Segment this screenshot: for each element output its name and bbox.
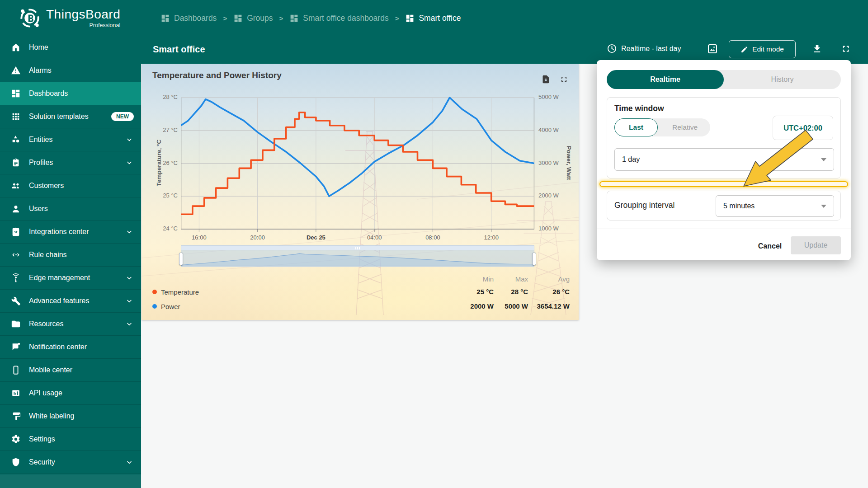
grouping-section: Grouping interval 5 minutes: [607, 191, 841, 221]
breadcrumb-separator: >: [223, 14, 227, 22]
grouping-label: Grouping interval: [614, 201, 675, 210]
y-axis-tick-right: 5000 W: [538, 94, 559, 100]
widget-title: Temperature and Power History: [152, 70, 282, 80]
select-arrow-icon: [821, 158, 826, 161]
legend-power-avg: 3654.12 W: [520, 302, 570, 310]
sidebar-item-label: Advanced features: [29, 297, 125, 305]
widget-fullscreen-icon[interactable]: [560, 75, 568, 84]
chevron-down-icon: [125, 158, 134, 167]
sidebar-item-advanced-features[interactable]: Advanced features: [0, 290, 141, 313]
slider-grip-icon: [355, 247, 360, 249]
x-axis-tick: 08:00: [425, 234, 440, 241]
annotation-highlight-bar: [599, 181, 848, 187]
sidebar-item-dashboards[interactable]: Dashboards: [0, 82, 141, 105]
sidebar-item-mobile-center[interactable]: Mobile center: [0, 359, 141, 382]
download-icon[interactable]: [812, 43, 822, 54]
dashboard-image-icon[interactable]: [707, 43, 718, 54]
popup-footer-divider: [597, 229, 851, 229]
breadcrumb-dashboards[interactable]: Dashboards: [160, 14, 217, 23]
grouping-select[interactable]: 5 minutes: [716, 195, 834, 217]
sidebar: Home Alarms Dashboards Solution template…: [0, 36, 141, 488]
grouping-value: 5 minutes: [716, 202, 821, 210]
toggle-last[interactable]: Last: [614, 118, 658, 136]
interval-select[interactable]: 1 day: [614, 148, 834, 171]
legend-item-temperature[interactable]: Temperature: [152, 287, 199, 296]
sidebar-item-label: API usage: [29, 389, 134, 397]
entities-icon: [11, 135, 21, 145]
sidebar-item-api-usage[interactable]: API usage: [0, 382, 141, 405]
sidebar-item-settings[interactable]: Settings: [0, 428, 141, 451]
toggle-relative[interactable]: Relative: [660, 118, 710, 136]
tab-history[interactable]: History: [724, 70, 841, 89]
dashboard-toolbar: Smart office Realtime - last day Edit mo…: [141, 36, 868, 64]
interval-value: 1 day: [615, 155, 821, 164]
breadcrumb-groups[interactable]: Groups: [233, 14, 273, 23]
sidebar-item-notification-center[interactable]: Notification center: [0, 336, 141, 359]
slider-selection[interactable]: [181, 250, 534, 267]
sidebar-item-label: Security: [29, 458, 125, 466]
x-axis-tick: 20:00: [250, 234, 265, 241]
alarm-icon: [11, 66, 21, 75]
cancel-button[interactable]: Cancel: [753, 238, 787, 254]
legend-temperature-avg: 26 °C: [520, 288, 570, 296]
notification-icon: [11, 342, 21, 352]
slider-handle-left[interactable]: [179, 253, 183, 265]
sidebar-item-integrations-center[interactable]: Integrations center: [0, 221, 141, 244]
legend-series-name: Temperature: [161, 288, 199, 296]
y-axis-tick-right: 1000 W: [538, 225, 559, 232]
dashboard-icon: [233, 14, 243, 23]
slider-handle-right[interactable]: [532, 253, 536, 265]
sidebar-item-customers[interactable]: Customers: [0, 174, 141, 197]
pencil-icon: [741, 46, 748, 53]
sidebar-item-edge-management[interactable]: Edge management: [0, 267, 141, 290]
sidebar-item-label: Dashboards: [29, 89, 134, 98]
sidebar-item-security[interactable]: Security: [0, 451, 141, 474]
x-axis-tick: Dec 25: [307, 234, 326, 241]
timewindow-label: Realtime - last day: [621, 45, 681, 53]
chevron-down-icon: [125, 296, 134, 305]
update-button[interactable]: Update: [791, 236, 841, 254]
sidebar-item-entities[interactable]: Entities: [0, 128, 141, 151]
timezone-button[interactable]: UTC+02:00: [773, 116, 833, 140]
sidebar-item-label: Home: [29, 43, 134, 52]
breadcrumb-smart-office-dashboards[interactable]: Smart office dashboards: [289, 14, 388, 23]
export-file-icon[interactable]: [541, 75, 551, 84]
sidebar-item-rule-chains[interactable]: Rule chains: [0, 244, 141, 267]
slider-track[interactable]: [181, 245, 534, 250]
sidebar-item-label: Resources: [29, 320, 125, 328]
chevron-down-icon: [125, 135, 134, 144]
legend-header-avg: Avg: [529, 275, 570, 283]
chart-plot-area[interactable]: [181, 97, 534, 233]
toolbar-fullscreen-icon[interactable]: [841, 44, 851, 54]
y-axis-tick-right: 3000 W: [538, 160, 559, 166]
timewindow-tabs: Realtime History: [607, 70, 841, 89]
y-axis-tick-left: 24 °C: [143, 225, 178, 232]
tab-realtime[interactable]: Realtime: [607, 70, 724, 89]
last-relative-toggle: Last Relative: [614, 118, 710, 136]
edit-mode-button[interactable]: Edit mode: [729, 40, 796, 58]
sidebar-item-resources[interactable]: Resources: [0, 313, 141, 336]
chart-widget: Temperature and Power History Temperatur…: [142, 64, 579, 320]
time-range-slider: [181, 245, 534, 267]
sidebar-item-solution-templates[interactable]: Solution templates NEW: [0, 105, 141, 128]
legend-series-name: Power: [161, 303, 180, 310]
sidebar-item-users[interactable]: Users: [0, 197, 141, 221]
sidebar-item-label: Settings: [29, 435, 134, 443]
timewindow-button[interactable]: Realtime - last day: [607, 43, 681, 54]
apps-icon: [11, 112, 21, 122]
sidebar-item-white-labeling[interactable]: White labeling: [0, 405, 141, 428]
sidebar-item-alarms[interactable]: Alarms: [0, 59, 141, 82]
sidebar-item-home[interactable]: Home: [0, 36, 141, 59]
legend-dot: [152, 290, 157, 294]
y-axis-tick-left: 26 °C: [143, 160, 178, 166]
thingsboard-logo[interactable]: ThingsBoard Professional: [18, 6, 120, 30]
api-icon: [11, 388, 21, 398]
breadcrumb-smart-office[interactable]: Smart office: [405, 14, 461, 23]
y-axis-tick-right: 2000 W: [538, 192, 559, 199]
sidebar-item-label: Notification center: [29, 343, 134, 351]
breadcrumb-separator: >: [395, 14, 399, 22]
sidebar-item-profiles[interactable]: Profiles: [0, 151, 141, 174]
time-window-section: Time window Last Relative UTC+02:00 1 da…: [607, 97, 841, 178]
select-arrow-icon: [821, 205, 826, 208]
legend-item-power[interactable]: Power: [152, 302, 180, 311]
